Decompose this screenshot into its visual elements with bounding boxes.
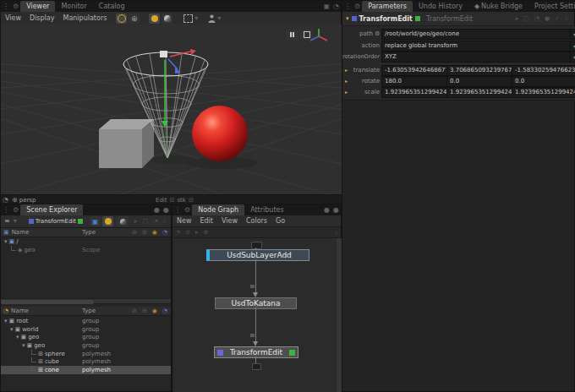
menu-new[interactable]: New <box>172 217 195 225</box>
katana-view-button[interactable] <box>102 216 113 226</box>
pause-render-button[interactable] <box>286 30 298 40</box>
dropdown-arrow-icon[interactable]: ▾ <box>570 41 575 51</box>
path-input[interactable]: /root/world/geo/geo/cone ▾ <box>381 29 575 40</box>
camera-lock-icon[interactable]: ◔ <box>1 196 10 204</box>
frame-node-icon[interactable]: □ <box>521 15 532 22</box>
stk-icon[interactable]: ⊟ <box>189 197 194 204</box>
panel-split-icon[interactable]: ▣ <box>321 3 331 11</box>
panel-menu-icon[interactable]: ◔ <box>331 3 341 11</box>
collapse-icon[interactable]: ▾ <box>4 238 8 245</box>
visibility-column-icon[interactable]: ⊘ <box>132 308 137 314</box>
world-view-button[interactable]: ⊕ <box>129 14 140 24</box>
edit-mode-label[interactable]: Edit <box>156 197 167 204</box>
kebab-icon[interactable]: ⋮ <box>172 206 183 215</box>
edit-node-chip[interactable]: TransformEdit <box>29 218 83 225</box>
kebab-icon[interactable]: ⋮ <box>342 3 353 11</box>
wire[interactable] <box>255 259 256 293</box>
view-flag-icon[interactable] <box>352 16 357 21</box>
row-geo-outer[interactable]: ▾ ▣ geo group <box>1 333 171 341</box>
dropdown-arrow-icon[interactable]: ▾ <box>570 52 575 62</box>
name-column-header[interactable]: Name <box>12 229 30 236</box>
translate-y-input[interactable]: 3.7068650932397675 <box>446 65 516 76</box>
row-stage-geo[interactable]: ◈ geo Scope <box>1 246 171 254</box>
menu-edit[interactable]: Edit <box>195 217 217 225</box>
gear-icon[interactable]: ⚙ <box>11 206 20 215</box>
menu-manipulators[interactable]: Manipulators <box>58 14 111 22</box>
panel-menu-icon[interactable]: ● <box>162 206 171 215</box>
name-column-header[interactable]: Name <box>11 308 29 314</box>
state-badge-icon[interactable]: ▸ <box>345 79 348 84</box>
expand-caret-icon[interactable]: ▾ <box>346 16 349 21</box>
stk-label[interactable]: stk <box>177 197 185 204</box>
gear-icon[interactable]: ⚙ <box>353 3 362 11</box>
state-badge-icon[interactable]: ▸ <box>345 90 348 95</box>
tab-monitor[interactable]: Monitor <box>55 1 92 12</box>
node-name-secondary[interactable]: TransformEdit <box>426 15 473 23</box>
rotate-x-input[interactable]: 180.0 <box>381 76 451 87</box>
sync-icon[interactable]: ◔ <box>151 218 161 225</box>
usd-stage-button[interactable]: ▣ <box>90 216 101 226</box>
ghost-column-icon[interactable]: ⊖ <box>142 229 147 236</box>
wire[interactable] <box>255 357 256 363</box>
tab-node-graph[interactable]: Node Graph <box>192 204 244 215</box>
up-level-icon[interactable]: ▸ <box>193 229 201 236</box>
pov-camera-button[interactable] <box>116 14 127 24</box>
view-flag-icon[interactable] <box>217 350 223 356</box>
menu-colors[interactable]: Colors <box>242 217 271 225</box>
tab-project-settings[interactable]: Project Settings <box>528 1 575 12</box>
proxy-column-icon[interactable]: ◔ <box>162 308 167 314</box>
panel-menu-icon[interactable]: ● <box>331 206 341 215</box>
translate-x-input[interactable]: -1.630539426468677 <box>381 65 451 76</box>
camera-name[interactable]: persp <box>19 197 36 204</box>
menu-go[interactable]: Go <box>271 217 289 225</box>
row-world[interactable]: ▾ ▣ world group <box>1 325 171 334</box>
row-stage-root[interactable]: ▾ ▣ / <box>1 237 171 246</box>
render-column-icon[interactable]: ◉ <box>152 308 157 314</box>
manipulator-mode-button[interactable]: ▾ <box>208 14 222 23</box>
dropdown-arrow-icon[interactable]: ▾ <box>570 30 575 39</box>
node-transformedit[interactable]: TransformEdit <box>214 346 298 358</box>
tab-undo-history[interactable]: Undo History <box>413 1 468 12</box>
scale-z-input[interactable]: 1.923965351299424 <box>512 87 575 98</box>
scale-x-input[interactable]: 1.923965351299424 <box>381 87 451 98</box>
state-badge-icon[interactable]: ▸ <box>345 68 348 73</box>
node-output-port[interactable] <box>251 242 262 249</box>
action-select[interactable]: replace global transform ▾ <box>381 41 575 52</box>
lighting-button[interactable] <box>149 14 160 24</box>
scale-y-input[interactable]: 1.923965351299424 <box>446 87 516 98</box>
filter-icon[interactable]: ◔ <box>1 308 11 314</box>
camera-select-icon[interactable]: ⊕ <box>10 196 19 204</box>
tab-scene-explorer[interactable]: Scene Explorer <box>20 204 83 215</box>
menu-view[interactable]: View <box>217 217 242 225</box>
axis-gizmo[interactable] <box>307 26 331 46</box>
shader-view-button[interactable] <box>118 216 129 226</box>
forward-icon[interactable]: ⊖ <box>183 229 193 236</box>
filter-icon[interactable]: ▣ <box>1 229 12 236</box>
shading-button[interactable] <box>162 14 172 24</box>
gear-icon[interactable]: ⚙ <box>11 3 20 11</box>
tab-viewer[interactable]: Viewer <box>20 1 55 12</box>
translate-z-input[interactable]: -1.5833025947662365 <box>512 65 575 76</box>
tab-attributes[interactable]: Attributes <box>244 204 290 215</box>
row-cube[interactable]: ⊞ cube polymesh <box>1 357 171 366</box>
kebab-icon[interactable]: ⋮ <box>1 206 11 215</box>
gear-icon[interactable]: ⚙ <box>375 30 380 37</box>
visibility-column-icon[interactable]: ⊘ <box>132 229 137 236</box>
wire[interactable] <box>255 308 256 342</box>
stage-menu-icon[interactable]: ≡ <box>3 217 12 226</box>
menu-display[interactable]: Display <box>25 14 59 22</box>
edit-flag-icon[interactable] <box>415 16 420 21</box>
selection-mode-button[interactable]: ▾ <box>183 14 200 23</box>
rotate-z-input[interactable]: 0.0 <box>512 76 575 87</box>
gear-icon[interactable]: ⚙ <box>183 206 192 215</box>
collapse-icon[interactable]: ▾ <box>4 318 8 324</box>
row-geo-inner[interactable]: ▾ ▣ geo group <box>1 341 171 350</box>
pin-icon[interactable]: ● <box>542 15 552 22</box>
type-column-header[interactable]: Type <box>82 229 96 236</box>
scrollbar-thumb[interactable] <box>1 300 94 304</box>
search-icon[interactable]: ⌕ <box>332 229 341 236</box>
render-column-icon[interactable]: ◉ <box>152 229 157 236</box>
inspect-icon[interactable]: ⌕ <box>562 15 571 22</box>
menu-view[interactable]: View <box>1 14 25 22</box>
collapse-icon[interactable]: ▾ <box>22 342 25 349</box>
